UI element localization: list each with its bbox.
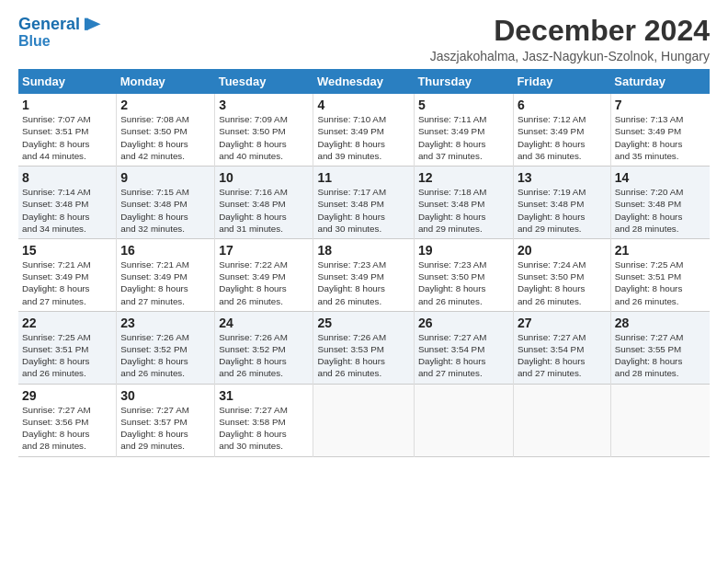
calendar-table: Sunday Monday Tuesday Wednesday Thursday…: [18, 69, 710, 456]
day-detail: Sunrise: 7:25 AM Sunset: 3:51 PM Dayligh…: [615, 259, 684, 306]
day-cell: [513, 384, 610, 456]
day-detail: Sunrise: 7:18 AM Sunset: 3:48 PM Dayligh…: [418, 187, 487, 234]
day-number: 11: [317, 170, 409, 185]
day-cell: 30Sunrise: 7:27 AM Sunset: 3:57 PM Dayli…: [117, 384, 215, 456]
day-number: 15: [22, 243, 112, 258]
day-cell: 3Sunrise: 7:09 AM Sunset: 3:50 PM Daylig…: [215, 94, 313, 166]
day-detail: Sunrise: 7:27 AM Sunset: 3:56 PM Dayligh…: [22, 405, 91, 452]
day-detail: Sunrise: 7:26 AM Sunset: 3:53 PM Dayligh…: [317, 332, 386, 379]
day-number: 4: [317, 98, 409, 112]
day-cell: [610, 384, 710, 456]
day-number: 25: [317, 316, 409, 330]
day-number: 9: [120, 170, 210, 185]
day-number: 18: [317, 243, 409, 258]
day-detail: Sunrise: 7:26 AM Sunset: 3:52 PM Dayligh…: [219, 332, 288, 379]
day-cell: [313, 384, 414, 456]
day-cell: 24Sunrise: 7:26 AM Sunset: 3:52 PM Dayli…: [215, 311, 313, 384]
day-number: 3: [219, 98, 309, 112]
day-detail: Sunrise: 7:23 AM Sunset: 3:50 PM Dayligh…: [418, 259, 487, 306]
day-number: 22: [22, 316, 112, 330]
col-saturday: Saturday: [610, 69, 710, 94]
col-friday: Friday: [513, 69, 610, 94]
day-cell: 10Sunrise: 7:16 AM Sunset: 3:48 PM Dayli…: [215, 167, 313, 239]
day-detail: Sunrise: 7:25 AM Sunset: 3:51 PM Dayligh…: [22, 332, 91, 379]
day-detail: Sunrise: 7:27 AM Sunset: 3:58 PM Dayligh…: [219, 405, 288, 452]
logo-text: General: [18, 16, 80, 34]
day-detail: Sunrise: 7:26 AM Sunset: 3:52 PM Dayligh…: [120, 332, 189, 379]
day-number: 14: [615, 170, 706, 185]
day-detail: Sunrise: 7:20 AM Sunset: 3:48 PM Dayligh…: [615, 187, 684, 234]
day-detail: Sunrise: 7:11 AM Sunset: 3:49 PM Dayligh…: [418, 114, 487, 161]
day-cell: 1Sunrise: 7:07 AM Sunset: 3:51 PM Daylig…: [18, 94, 117, 166]
day-cell: 22Sunrise: 7:25 AM Sunset: 3:51 PM Dayli…: [18, 311, 117, 384]
day-detail: Sunrise: 7:19 AM Sunset: 3:48 PM Dayligh…: [518, 187, 586, 234]
day-detail: Sunrise: 7:17 AM Sunset: 3:48 PM Dayligh…: [317, 187, 386, 234]
day-number: 31: [219, 388, 309, 403]
day-cell: 9Sunrise: 7:15 AM Sunset: 3:48 PM Daylig…: [117, 167, 215, 239]
day-cell: 20Sunrise: 7:24 AM Sunset: 3:50 PM Dayli…: [513, 238, 610, 311]
week-row-2: 8Sunrise: 7:14 AM Sunset: 3:48 PM Daylig…: [18, 167, 710, 239]
day-number: 20: [518, 243, 607, 258]
day-number: 2: [120, 98, 210, 112]
day-detail: Sunrise: 7:27 AM Sunset: 3:57 PM Dayligh…: [120, 405, 189, 452]
day-number: 17: [219, 243, 309, 258]
title-block: December 2024 Jaszjakohalma, Jasz-Nagyku…: [430, 15, 710, 63]
day-cell: 19Sunrise: 7:23 AM Sunset: 3:50 PM Dayli…: [414, 238, 513, 311]
day-cell: 11Sunrise: 7:17 AM Sunset: 3:48 PM Dayli…: [313, 167, 414, 239]
col-tuesday: Tuesday: [215, 69, 313, 94]
day-cell: 18Sunrise: 7:23 AM Sunset: 3:49 PM Dayli…: [313, 238, 414, 311]
day-number: 27: [518, 316, 607, 330]
day-number: 19: [418, 243, 509, 258]
day-detail: Sunrise: 7:27 AM Sunset: 3:54 PM Dayligh…: [418, 332, 487, 379]
day-detail: Sunrise: 7:08 AM Sunset: 3:50 PM Dayligh…: [120, 114, 189, 161]
day-cell: 17Sunrise: 7:22 AM Sunset: 3:49 PM Dayli…: [215, 238, 313, 311]
day-cell: 5Sunrise: 7:11 AM Sunset: 3:49 PM Daylig…: [414, 94, 513, 166]
logo-blue-text: Blue: [18, 33, 102, 50]
day-cell: 27Sunrise: 7:27 AM Sunset: 3:54 PM Dayli…: [513, 311, 610, 384]
col-monday: Monday: [117, 69, 215, 94]
day-number: 10: [219, 170, 309, 185]
day-detail: Sunrise: 7:14 AM Sunset: 3:48 PM Dayligh…: [22, 187, 91, 234]
day-detail: Sunrise: 7:27 AM Sunset: 3:54 PM Dayligh…: [518, 332, 586, 379]
day-detail: Sunrise: 7:09 AM Sunset: 3:50 PM Dayligh…: [219, 114, 288, 161]
day-detail: Sunrise: 7:16 AM Sunset: 3:48 PM Dayligh…: [219, 187, 288, 234]
day-number: 12: [418, 170, 509, 185]
day-detail: Sunrise: 7:23 AM Sunset: 3:49 PM Dayligh…: [317, 259, 386, 306]
day-detail: Sunrise: 7:10 AM Sunset: 3:49 PM Dayligh…: [317, 114, 386, 161]
col-thursday: Thursday: [414, 69, 513, 94]
day-cell: 23Sunrise: 7:26 AM Sunset: 3:52 PM Dayli…: [117, 311, 215, 384]
day-detail: Sunrise: 7:15 AM Sunset: 3:48 PM Dayligh…: [120, 187, 189, 234]
day-cell: 12Sunrise: 7:18 AM Sunset: 3:48 PM Dayli…: [414, 167, 513, 239]
day-cell: 6Sunrise: 7:12 AM Sunset: 3:49 PM Daylig…: [513, 94, 610, 166]
day-cell: 26Sunrise: 7:27 AM Sunset: 3:54 PM Dayli…: [414, 311, 513, 384]
day-number: 23: [120, 316, 210, 330]
col-wednesday: Wednesday: [313, 69, 414, 94]
week-row-5: 29Sunrise: 7:27 AM Sunset: 3:56 PM Dayli…: [18, 384, 710, 456]
day-number: 8: [22, 170, 112, 185]
month-title: December 2024: [430, 15, 710, 47]
day-number: 1: [22, 98, 112, 112]
location: Jaszjakohalma, Jasz-Nagykun-Szolnok, Hun…: [430, 49, 710, 63]
day-detail: Sunrise: 7:12 AM Sunset: 3:49 PM Dayligh…: [518, 114, 586, 161]
logo: General Blue: [18, 15, 102, 50]
day-detail: Sunrise: 7:22 AM Sunset: 3:49 PM Dayligh…: [219, 259, 288, 306]
day-cell: 25Sunrise: 7:26 AM Sunset: 3:53 PM Dayli…: [313, 311, 414, 384]
day-number: 7: [615, 98, 706, 112]
day-number: 24: [219, 316, 309, 330]
week-row-3: 15Sunrise: 7:21 AM Sunset: 3:49 PM Dayli…: [18, 238, 710, 311]
day-cell: 8Sunrise: 7:14 AM Sunset: 3:48 PM Daylig…: [18, 167, 117, 239]
day-cell: 4Sunrise: 7:10 AM Sunset: 3:49 PM Daylig…: [313, 94, 414, 166]
day-number: 13: [518, 170, 607, 185]
header-row: Sunday Monday Tuesday Wednesday Thursday…: [18, 69, 710, 94]
day-number: 5: [418, 98, 509, 112]
day-cell: 14Sunrise: 7:20 AM Sunset: 3:48 PM Dayli…: [610, 167, 710, 239]
day-number: 26: [418, 316, 509, 330]
svg-marker-0: [87, 18, 101, 30]
day-cell: 29Sunrise: 7:27 AM Sunset: 3:56 PM Dayli…: [18, 384, 117, 456]
day-cell: [414, 384, 513, 456]
svg-rect-1: [85, 18, 88, 30]
day-number: 6: [518, 98, 607, 112]
day-number: 30: [120, 388, 210, 403]
col-sunday: Sunday: [18, 69, 117, 94]
day-cell: 2Sunrise: 7:08 AM Sunset: 3:50 PM Daylig…: [117, 94, 215, 166]
